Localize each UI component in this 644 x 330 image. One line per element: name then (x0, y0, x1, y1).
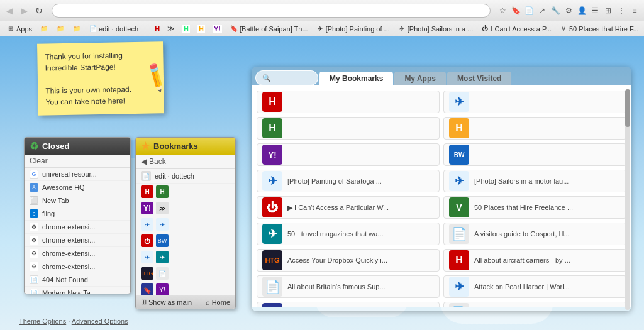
closed-item-9[interactable]: 📄 Modern New Ta... (25, 287, 130, 294)
closed-item-label-7: chrome-extensi... (42, 263, 95, 270)
bookmark-tile-yahoo[interactable]: Y! (257, 143, 440, 166)
bookmark-tile-plane-1[interactable]: ✈ (443, 91, 626, 113)
bk-small-icon-7[interactable]: ⏻ (141, 234, 153, 247)
menu-icon[interactable]: ☰ (589, 5, 601, 16)
tab-my-apps[interactable]: My Apps (394, 72, 446, 85)
grid-icon[interactable]: ⊞ (602, 5, 614, 16)
closed-panel-title: Closed (42, 141, 69, 151)
closed-item-6[interactable]: ⚙ chrome-extensi... (25, 247, 130, 260)
bk-small-icon-13[interactable]: 🔖 (141, 283, 153, 295)
tab-most-visited[interactable]: Most Visited (447, 72, 511, 85)
tool-icon[interactable]: 🔧 (550, 5, 561, 16)
bk-small-icon-9[interactable]: ✈ (141, 251, 153, 263)
bookmark-tile-saipan-1[interactable]: 🔖 Battle of Saipan (257, 302, 440, 307)
star-icon[interactable]: ☆ (497, 5, 508, 16)
bookmark-tile-pearl[interactable]: ✈ Attack on Pearl Harbor | Worl... (443, 275, 626, 298)
toolbar-icons: ☆ 🔖 📄 ↗ 🔧 ⚙ 👤 ☰ ⊞ ⋮ ≡ (497, 5, 640, 16)
bookmark-tile-h-red[interactable]: H (257, 91, 440, 113)
home-button[interactable]: ⌂ Home (206, 299, 230, 306)
bookmarks-back-button[interactable]: ◀ Back (136, 155, 235, 169)
show-main-button[interactable]: ⊞ Show as main (141, 298, 192, 306)
bookmark-tile-freelance[interactable]: V 50 Places that Hire Freelance ... (443, 196, 626, 219)
bk-small-icon-5[interactable]: ✈ (141, 218, 153, 231)
bookmarks-bar-apps[interactable]: ⊞ Apps (4, 24, 35, 34)
gear-icon[interactable]: ⚙ (563, 5, 574, 16)
bookmark-tile-britain[interactable]: 📄 All about Britain's famous Sup... (257, 275, 440, 298)
bookmarks-panel-title: Bookmarks (153, 141, 198, 151)
arrow-icon[interactable]: ↗ (536, 5, 548, 16)
bookmark-tile-painting[interactable]: ✈ [Photo] Painting of Saratoga ... (257, 170, 440, 192)
advanced-options-link[interactable]: Advanced Options (72, 317, 128, 325)
bk-small-icon-8[interactable]: BW (156, 234, 169, 247)
bookmarks-bar-yahoo[interactable]: Y! (210, 25, 225, 33)
closed-item-8[interactable]: 📄 404 Not Found (25, 273, 130, 287)
bookmarks-bar-access[interactable]: ⏻ I Can't Access a P... (478, 24, 554, 34)
bookmarks-bar-painting[interactable]: ✈ [Photo] Painting of ... (313, 24, 392, 34)
bookmark-tile-saipan-bw[interactable]: BW (443, 143, 626, 166)
bookmark-tile-sailors[interactable]: ✈ [Photo] Sailors in a motor lau... (443, 170, 626, 192)
bookmarks-bar-arrow[interactable]: ≫ (165, 24, 177, 33)
closed-item-5[interactable]: ⚙ chrome-extensi... (25, 234, 130, 247)
main-panel-content: H ✈ H H Y! (252, 85, 631, 307)
bookmarks-bar-50places[interactable]: V 50 Places that Hire F... (557, 24, 641, 34)
bookmarks-bar-h3[interactable]: H (195, 25, 208, 33)
bookmarks-items-list: 📄 edit · dottech — H H Y! ≫ ✈ ✈ ⏻ (136, 169, 235, 295)
bookmark-manager-icon[interactable]: 🔖 (510, 5, 521, 16)
closed-item-0[interactable]: G universal resour... (25, 168, 130, 181)
closed-item-7[interactable]: ⚙ chrome-extensi... (25, 260, 130, 273)
closed-item-1[interactable]: A Awesome HQ (25, 181, 130, 194)
reload-button[interactable]: ↻ (33, 4, 45, 17)
closed-item-4[interactable]: ⚙ chrome-extensi... (25, 221, 130, 234)
page-icon[interactable]: 📄 (523, 5, 535, 16)
browser-frame: ◀ ▶ ↻ ☆ 🔖 📄 ↗ 🔧 ⚙ 👤 ☰ ⊞ ⋮ ≡ ⊞ Apps 📁 📁 (0, 0, 644, 330)
bk-small-icon-12[interactable]: 📄 (156, 267, 169, 280)
bookmarks-bar-h2[interactable]: H (180, 25, 192, 33)
bookmarks-bar-edit-dottech[interactable]: 📄 edit · dottech — (86, 24, 150, 34)
theme-options-link[interactable]: Theme Options (19, 317, 66, 325)
forward-button[interactable]: ▶ (18, 4, 30, 17)
bookmark-tile-access[interactable]: ⏻ ▶ I Can't Access a Particular W... (257, 196, 440, 219)
bookmarks-panel: ★ Bookmarks ◀ Back 📄 edit · dottech — H … (135, 137, 236, 309)
tile-text-dropbox: Access Your Dropbox Quickly i... (287, 256, 387, 264)
bk-small-icon-1[interactable]: H (141, 185, 153, 198)
closed-panel: ♻ Closed Clear G universal resour... A A… (24, 137, 131, 294)
bookmark-tile-aircraft[interactable]: H All about aircraft carriers - by ... (443, 249, 626, 272)
bookmark-tile-travel[interactable]: ✈ 50+ travel magazines that wa... (257, 223, 440, 245)
bookmark-search-input[interactable] (255, 70, 318, 85)
apps-icon[interactable]: ⋮ (616, 5, 627, 16)
address-bar[interactable] (52, 4, 491, 18)
bookmarks-bar-saipan[interactable]: 🔖 [Battle of Saipan] Th... (227, 24, 311, 34)
tab-my-bookmarks[interactable]: My Bookmarks (319, 72, 393, 85)
awesome-icon: A (30, 183, 38, 192)
bk-small-icon-2[interactable]: H (156, 185, 169, 198)
user-icon[interactable]: 👤 (576, 5, 587, 16)
bookmarks-bar-h1[interactable]: H (152, 25, 162, 33)
bookmarks-bar-item-2[interactable]: 📁 (53, 24, 67, 34)
closed-item-2[interactable]: ⬜ New Tab (25, 194, 130, 207)
bk-icons-row-3: ✈ ✈ (136, 216, 235, 233)
bookmark-tile-gosport[interactable]: 📄 A visitors guide to Gosport, H... (443, 223, 626, 245)
bk-item-edit-dottech[interactable]: 📄 edit · dottech — (136, 169, 235, 184)
folder-icon-3: 📁 (72, 25, 81, 33)
bookmarks-bar-item-3[interactable]: 📁 (70, 24, 84, 34)
bookmark-tile-dropbox[interactable]: HTG Access Your Dropbox Quickly i... (257, 249, 440, 272)
scrollbar-thumb[interactable] (625, 89, 630, 127)
bk-small-icon-14[interactable]: Y! (156, 283, 169, 295)
bookmarks-bar-item-1[interactable]: 📁 (37, 24, 51, 34)
bk-small-icon-3[interactable]: Y! (141, 202, 153, 214)
bookmarks-bar-sailors[interactable]: ✈ [Photo] Sailors in a ... (395, 24, 476, 34)
bk-small-icon-10[interactable]: ✈ (156, 251, 169, 263)
closed-item-3[interactable]: b fling (25, 207, 130, 221)
bk-small-icon-11[interactable]: HTG (141, 267, 153, 280)
closed-clear-button[interactable]: Clear (25, 155, 130, 168)
back-button[interactable]: ◀ (4, 4, 16, 17)
star-icon: ★ (141, 140, 150, 152)
tile-icon-dropbox: HTG (262, 250, 282, 270)
more-icon[interactable]: ≡ (629, 5, 640, 16)
bookmark-tile-h-green[interactable]: H (257, 117, 440, 140)
bookmark-tile-h-yellow[interactable]: H (443, 117, 626, 140)
bk-small-icon-4[interactable]: ≫ (156, 202, 169, 214)
bk-small-icon-6[interactable]: ✈ (156, 218, 169, 231)
main-bookmarks-panel: My Bookmarks My Apps Most Visited H ✈ H (252, 67, 631, 311)
bookmark-tile-saipan-2[interactable]: 📄 Battle of Saipan (443, 302, 626, 307)
